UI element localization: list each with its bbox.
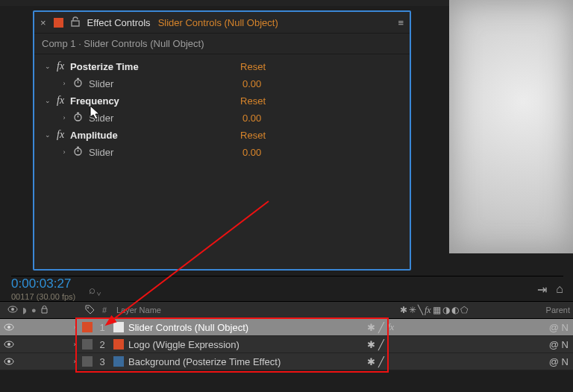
close-tab-button[interactable]: ×: [40, 17, 46, 28]
property-name: Slider: [89, 78, 237, 89]
svg-point-5: [87, 307, 89, 309]
photoshop-file-icon: [113, 356, 124, 367]
twirl-down-icon[interactable]: ⌄: [45, 131, 51, 139]
fx-switch[interactable]: fx: [387, 321, 394, 333]
stopwatch-icon[interactable]: [73, 78, 83, 89]
label-color-swatch[interactable]: [54, 18, 63, 28]
label-column-icon: [82, 305, 97, 316]
reset-link[interactable]: Reset: [240, 61, 266, 72]
adjustment-icon: ◐: [451, 305, 459, 316]
shy-toggle-icon[interactable]: ⇥: [537, 282, 547, 297]
quality-switch-icon: ╲: [418, 305, 423, 316]
effect-name: Frequency: [70, 95, 234, 107]
layer-label-color[interactable]: [82, 339, 93, 350]
layer-index: 1: [96, 322, 109, 333]
collapse-switch[interactable]: ✱: [367, 322, 375, 333]
lock-column-icon: [41, 306, 48, 315]
composition-preview: [449, 0, 573, 253]
parent-pickwhip[interactable]: @ N: [549, 322, 573, 333]
effect-property-row[interactable]: › Slider 0.00: [34, 110, 410, 126]
null-object-icon: [113, 322, 124, 332]
property-value[interactable]: 0.00: [242, 113, 261, 124]
effect-name: Posterize Time: [70, 61, 234, 72]
frame-fps: 00117 (30.00 fps): [11, 292, 75, 301]
parent-pickwhip[interactable]: @ N: [549, 339, 573, 350]
frame-blend-icon: ▦: [433, 305, 441, 316]
panel-tab-bar: × Effect Controls Slider Controls (Null …: [34, 12, 410, 34]
twirl-right-icon[interactable]: ›: [61, 114, 67, 121]
stopwatch-icon[interactable]: [73, 146, 83, 158]
eye-column-icon: [7, 306, 18, 314]
layer-row[interactable]: › 2 Logo (Wiggle Expression) ✱ ╱ @ N: [0, 336, 573, 353]
svg-point-11: [7, 360, 10, 363]
twirl-right-icon[interactable]: ›: [61, 148, 67, 156]
layer-label-color[interactable]: [82, 356, 93, 367]
fx-badge-icon[interactable]: fx: [57, 95, 64, 107]
visibility-toggle[interactable]: [0, 356, 18, 367]
layer-index: 2: [96, 339, 109, 350]
render-queue-icon[interactable]: ⌂: [556, 282, 563, 297]
index-column-header: #: [97, 306, 112, 314]
collapse-switch-icon: ✳: [409, 305, 416, 316]
search-input[interactable]: ⌕⌄: [89, 283, 102, 296]
effect-row[interactable]: ⌄ fx Posterize Time Reset: [34, 57, 410, 75]
switches-column-header: ✱ ✳ ╲ fx ▦ ◑ ◐ ⬠: [400, 305, 504, 316]
twirl-right-icon[interactable]: ›: [61, 80, 67, 87]
parent-column-header: Parent: [546, 306, 573, 314]
twirl-right-icon[interactable]: ›: [70, 358, 79, 365]
effect-controls-panel: × Effect Controls Slider Controls (Null …: [33, 10, 411, 271]
reset-link[interactable]: Reset: [240, 95, 266, 107]
parent-pickwhip[interactable]: @ N: [549, 356, 573, 367]
stopwatch-icon[interactable]: [73, 112, 83, 124]
visibility-toggle[interactable]: [0, 322, 18, 333]
svg-point-4: [11, 308, 14, 311]
layer-row[interactable]: › 3 Background (Posterize Time Effect) ✱…: [0, 353, 573, 370]
panel-title-static: Effect Controls: [87, 17, 151, 28]
quality-switch[interactable]: ╱: [378, 339, 384, 350]
layer-name[interactable]: Slider Controls (Null Object): [128, 322, 367, 333]
reset-link[interactable]: Reset: [240, 130, 266, 141]
svg-point-7: [7, 326, 10, 329]
twirl-down-icon[interactable]: ⌄: [45, 63, 51, 70]
three-d-icon: ⬠: [460, 305, 468, 316]
property-value[interactable]: 0.00: [242, 78, 261, 89]
svg-point-9: [7, 343, 10, 346]
property-value[interactable]: 0.00: [242, 147, 261, 158]
layer-row[interactable]: › 1 Slider Controls (Null Object) ✱ ╱ fx…: [0, 319, 573, 336]
effect-property-row[interactable]: › Slider 0.00: [34, 75, 410, 92]
effect-row[interactable]: ⌄ fx Frequency Reset: [34, 92, 410, 110]
layer-name[interactable]: Background (Posterize Time Effect): [128, 356, 367, 367]
effects-list: ⌄ fx Posterize Time Reset › Slider 0.00 …: [34, 54, 410, 163]
layer-name-column-header[interactable]: Layer Name: [112, 306, 400, 314]
timeline-header: 0:00:03:27 00117 (30.00 fps) ⌕⌄ ⇥ ⌂: [11, 276, 563, 302]
panel-menu-button[interactable]: ≡: [398, 17, 404, 28]
layer-column-header: ◗ ● # Layer Name ✱ ✳ ╲ fx ▦ ◑ ◐ ⬠ Parent: [0, 301, 573, 319]
collapse-switch[interactable]: ✱: [367, 356, 375, 367]
layer-name[interactable]: Logo (Wiggle Expression): [128, 339, 367, 350]
timecode[interactable]: 0:00:03:27: [11, 277, 75, 291]
twirl-right-icon[interactable]: ›: [70, 323, 79, 331]
illustrator-file-icon: [113, 339, 124, 350]
effect-row[interactable]: ⌄ fx Amplitude Reset: [34, 126, 410, 144]
effect-name: Amplitude: [70, 130, 234, 141]
layer-panel: ◗ ● # Layer Name ✱ ✳ ╲ fx ▦ ◑ ◐ ⬠ Parent…: [0, 301, 573, 370]
twirl-down-icon[interactable]: ⌄: [45, 97, 51, 104]
solo-column-icon: ●: [31, 306, 37, 314]
motion-blur-icon: ◑: [442, 305, 450, 316]
effect-property-row[interactable]: › Slider 0.00: [34, 144, 410, 160]
layer-index: 3: [96, 356, 109, 367]
visibility-toggle[interactable]: [0, 339, 18, 350]
lock-icon[interactable]: [71, 16, 80, 29]
shy-switch-icon: ✱: [400, 305, 407, 316]
layer-label-color[interactable]: [82, 322, 93, 332]
fx-switch-icon: fx: [425, 305, 431, 316]
quality-switch[interactable]: ╱: [378, 322, 384, 333]
fx-badge-icon[interactable]: fx: [57, 129, 64, 141]
twirl-right-icon[interactable]: ›: [70, 341, 79, 348]
collapse-switch[interactable]: ✱: [367, 339, 375, 350]
speaker-column-icon: ◗: [22, 306, 27, 315]
panel-title-dynamic: Slider Controls (Null Object): [158, 17, 278, 28]
fx-badge-icon[interactable]: fx: [57, 60, 64, 72]
panel-subtitle: Comp 1 · Slider Controls (Null Object): [34, 34, 410, 54]
quality-switch[interactable]: ╱: [378, 356, 384, 367]
